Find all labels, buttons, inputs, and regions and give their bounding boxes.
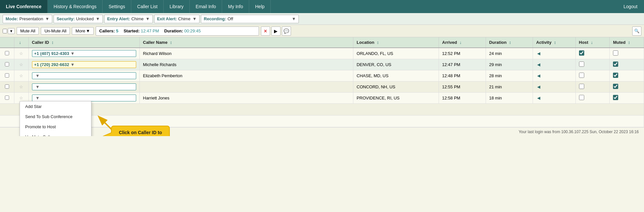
row4-duration: 21 min bbox=[486, 81, 533, 93]
mode-value: Presentation bbox=[19, 16, 43, 21]
col-caller-id[interactable]: Caller ID ↕ bbox=[28, 37, 139, 48]
select-all-group: ▼ bbox=[3, 28, 15, 34]
nav-help[interactable]: Help bbox=[249, 0, 271, 13]
security-chevron-icon: ▼ bbox=[96, 16, 100, 21]
select-all-checkbox[interactable] bbox=[3, 29, 7, 33]
row2-activity-icon: ◄ bbox=[536, 62, 541, 67]
nav-live-conference[interactable]: Live Conference bbox=[0, 0, 48, 13]
security-dropdown[interactable]: Security: Unlocked ▼ bbox=[54, 15, 103, 23]
row4-checkbox[interactable] bbox=[5, 84, 9, 89]
row4-arrived: 12:55 PM bbox=[439, 81, 486, 93]
row2-caller-id-cell[interactable]: +1 (720) 292-6632 ▼ bbox=[28, 59, 139, 70]
row5-muted-checkbox[interactable] bbox=[613, 95, 618, 100]
nav-history-recordings[interactable]: History & Recordings bbox=[48, 0, 103, 13]
row4-star-cell[interactable]: ☆ bbox=[14, 81, 28, 93]
row1-checkbox[interactable] bbox=[5, 51, 9, 55]
chat-button[interactable]: 💬 bbox=[282, 26, 291, 36]
nav-spacer bbox=[271, 0, 617, 13]
row3-muted-checkbox[interactable] bbox=[613, 73, 618, 78]
stop-button[interactable]: ✕ bbox=[261, 26, 270, 36]
row2-checkbox[interactable] bbox=[5, 62, 9, 66]
col-arrived[interactable]: Arrived ↓ bbox=[439, 37, 486, 48]
table-row: ☆ ▼ CONCORD, NH, US 12:55 PM 21 min ◄ bbox=[0, 81, 644, 93]
mute-all-button[interactable]: Mute All bbox=[17, 27, 39, 35]
row3-host-checkbox[interactable] bbox=[579, 73, 584, 78]
row1-arrived: 12:52 PM bbox=[439, 48, 486, 59]
row1-activity: ◄ bbox=[533, 48, 575, 59]
select-all-chevron[interactable]: ▼ bbox=[8, 28, 15, 34]
row4-host-checkbox[interactable] bbox=[579, 84, 584, 89]
tooltip-text: Click on Caller ID to apply actions bbox=[111, 126, 170, 136]
row1-host-checkbox[interactable] bbox=[579, 50, 584, 56]
search-button[interactable]: 🔍 bbox=[632, 26, 641, 36]
row2-muted-cell bbox=[610, 59, 644, 70]
logout-button[interactable]: Logout bbox=[617, 0, 644, 13]
row5-checkbox[interactable] bbox=[5, 96, 9, 100]
callers-info: Callers: 5 Started: 12:47 PM Duration: 0… bbox=[96, 26, 259, 36]
row1-star-cell[interactable]: ☆ bbox=[14, 48, 28, 59]
sort-arrow-muted: ↕ bbox=[628, 40, 630, 45]
row5-host-cell bbox=[575, 93, 610, 104]
menu-add-star[interactable]: Add Star bbox=[20, 101, 91, 112]
table-row: ☆ ▼ Elizabeth Pemberton CHASE, MD, US 12… bbox=[0, 70, 644, 81]
row4-caller-id-arrow-icon: ▼ bbox=[36, 84, 40, 89]
nav-email-info[interactable]: Email Info bbox=[190, 0, 222, 13]
row3-caller-id-dropdown[interactable]: ▼ bbox=[32, 72, 136, 79]
nav-caller-list[interactable]: Caller List bbox=[131, 0, 164, 13]
row3-caller-id-cell[interactable]: ▼ bbox=[28, 70, 139, 81]
col-host[interactable]: Host ↓ bbox=[575, 37, 610, 48]
col-caller-name[interactable]: Caller Name ↕ bbox=[139, 37, 353, 48]
duration-info: Duration: 00:29:45 bbox=[164, 28, 201, 33]
row1-caller-id-cell[interactable]: +1 (407) 912-4303 ▼ bbox=[28, 48, 139, 59]
menu-unmute-caller[interactable]: Un-Mute Caller bbox=[20, 132, 91, 136]
row5-host-checkbox[interactable] bbox=[579, 95, 584, 100]
col-duration[interactable]: Duration ↕ bbox=[486, 37, 533, 48]
more-chevron-icon: ▼ bbox=[86, 28, 90, 33]
sort-arrow-caller-name: ↕ bbox=[170, 40, 172, 45]
row3-host-cell bbox=[575, 70, 610, 81]
row3-checkbox[interactable] bbox=[5, 73, 9, 78]
exit-alert-value: Chime bbox=[178, 16, 191, 21]
row2-host-checkbox[interactable] bbox=[579, 62, 584, 67]
play-button[interactable]: ▶ bbox=[271, 26, 281, 36]
recording-dropdown[interactable]: Recording: Off ▼ bbox=[201, 15, 299, 23]
row3-location: CHASE, MD, US bbox=[353, 70, 439, 81]
row2-muted-checkbox[interactable] bbox=[613, 62, 618, 67]
nav-library[interactable]: Library bbox=[164, 0, 190, 13]
nav-settings[interactable]: Settings bbox=[103, 0, 131, 13]
nav-my-info[interactable]: My Info bbox=[222, 0, 249, 13]
entry-alert-value: Chime bbox=[131, 16, 144, 21]
row1-host-cell bbox=[575, 48, 610, 59]
unmute-all-button[interactable]: Un-Mute All bbox=[41, 27, 70, 35]
mode-dropdown[interactable]: Mode: Presentation ▼ bbox=[3, 15, 52, 23]
col-location[interactable]: Location ↕ bbox=[353, 37, 439, 48]
row2-star-cell[interactable]: ☆ bbox=[14, 59, 28, 70]
entry-alert-dropdown[interactable]: Entry Alert: Chime ▼ bbox=[104, 15, 153, 23]
more-button[interactable]: More ▼ bbox=[72, 27, 94, 35]
sort-arrow-duration: ↕ bbox=[509, 40, 511, 45]
row1-caller-id-dropdown[interactable]: +1 (407) 912-4303 ▼ bbox=[32, 50, 136, 57]
tooltip: Click on Caller ID to apply actions bbox=[111, 126, 170, 136]
row2-caller-id-dropdown[interactable]: +1 (720) 292-6632 ▼ bbox=[32, 61, 136, 68]
exit-alert-dropdown[interactable]: Exit Alert: Chime ▼ bbox=[154, 15, 200, 23]
row4-activity: ◄ bbox=[533, 81, 575, 93]
menu-promote-host[interactable]: Promote to Host bbox=[20, 122, 91, 132]
row5-location: PROVIDENCE, RI, US bbox=[353, 93, 439, 104]
row5-caller-id-dropdown[interactable]: ▼ bbox=[32, 95, 136, 101]
row4-caller-id-cell[interactable]: ▼ bbox=[28, 81, 139, 93]
row3-star-cell[interactable]: ☆ bbox=[14, 70, 28, 81]
row1-duration: 24 min bbox=[486, 48, 533, 59]
more-label: More bbox=[75, 28, 85, 33]
recording-value: Off bbox=[228, 16, 233, 21]
row4-caller-id-dropdown[interactable]: ▼ bbox=[32, 83, 136, 90]
toolbar: ▼ Mute All Un-Mute All More ▼ Callers: 5… bbox=[0, 25, 644, 37]
row1-muted-checkbox[interactable] bbox=[613, 50, 618, 56]
row4-muted-checkbox[interactable] bbox=[613, 84, 618, 89]
menu-send-sub-conference[interactable]: Send To Sub Conference bbox=[20, 112, 91, 122]
callers-label: Callers: 5 bbox=[99, 28, 119, 33]
col-muted[interactable]: Muted ↕ bbox=[610, 37, 644, 48]
security-value: Unlocked bbox=[76, 16, 94, 21]
col-activity[interactable]: Activity ↕ bbox=[533, 37, 575, 48]
row1-caller-id-text: +1 (407) 912-4303 bbox=[34, 51, 69, 56]
recording-chevron-icon: ▼ bbox=[292, 16, 296, 21]
